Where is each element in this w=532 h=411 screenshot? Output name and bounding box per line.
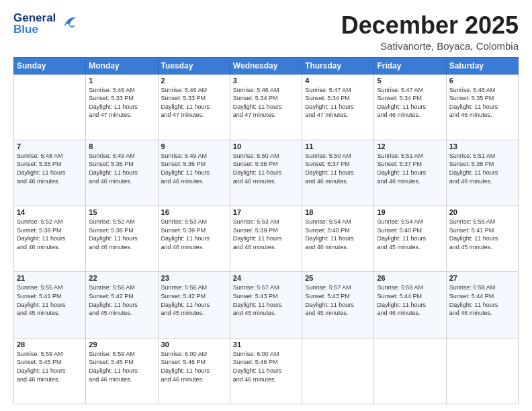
calendar-cell: 21Sunrise: 5:55 AM Sunset: 5:41 PM Dayli… bbox=[14, 272, 86, 338]
weekday-header-row: SundayMondayTuesdayWednesdayThursdayFrid… bbox=[14, 57, 519, 74]
calendar-cell: 15Sunrise: 5:52 AM Sunset: 5:38 PM Dayli… bbox=[86, 206, 158, 272]
calendar-table: SundayMondayTuesdayWednesdayThursdayFrid… bbox=[13, 57, 519, 404]
day-number: 23 bbox=[161, 274, 227, 282]
cell-info: Sunrise: 5:50 AM Sunset: 5:37 PM Dayligh… bbox=[305, 152, 371, 185]
day-number: 30 bbox=[161, 340, 227, 349]
weekday-header-monday: Monday bbox=[86, 57, 158, 74]
calendar-cell: 8Sunrise: 5:49 AM Sunset: 5:35 PM Daylig… bbox=[86, 140, 158, 205]
weekday-header-thursday: Thursday bbox=[302, 57, 374, 74]
calendar-cell: 5Sunrise: 5:47 AM Sunset: 5:34 PM Daylig… bbox=[374, 74, 446, 140]
cell-info: Sunrise: 5:54 AM Sunset: 5:40 PM Dayligh… bbox=[377, 218, 443, 251]
calendar-cell: 19Sunrise: 5:54 AM Sunset: 5:40 PM Dayli… bbox=[374, 206, 446, 272]
weekday-header-sunday: Sunday bbox=[14, 57, 86, 74]
cell-info: Sunrise: 5:52 AM Sunset: 5:38 PM Dayligh… bbox=[17, 218, 83, 251]
calendar-cell: 30Sunrise: 6:00 AM Sunset: 5:46 PM Dayli… bbox=[158, 338, 230, 404]
logo-icon bbox=[58, 13, 77, 35]
day-number: 19 bbox=[377, 208, 443, 216]
calendar-cell: 27Sunrise: 5:58 AM Sunset: 5:44 PM Dayli… bbox=[446, 272, 518, 338]
day-number: 22 bbox=[89, 274, 154, 282]
calendar-cell: 23Sunrise: 5:56 AM Sunset: 5:42 PM Dayli… bbox=[158, 272, 230, 338]
calendar-cell: 13Sunrise: 5:51 AM Sunset: 5:38 PM Dayli… bbox=[446, 140, 518, 205]
calendar-cell: 29Sunrise: 5:59 AM Sunset: 5:45 PM Dayli… bbox=[86, 338, 158, 404]
calendar-cell: 11Sunrise: 5:50 AM Sunset: 5:37 PM Dayli… bbox=[302, 140, 374, 205]
calendar-cell: 22Sunrise: 5:56 AM Sunset: 5:42 PM Dayli… bbox=[86, 272, 158, 338]
day-number: 16 bbox=[161, 208, 227, 216]
title-block: December 2025 Sativanorte, Boyaca, Colom… bbox=[341, 12, 519, 52]
day-number: 7 bbox=[17, 142, 83, 150]
calendar-cell bbox=[302, 338, 374, 404]
cell-info: Sunrise: 6:00 AM Sunset: 5:46 PM Dayligh… bbox=[161, 350, 227, 383]
calendar-cell bbox=[374, 338, 446, 404]
calendar-cell: 2Sunrise: 5:46 AM Sunset: 5:33 PM Daylig… bbox=[158, 74, 230, 140]
day-number: 8 bbox=[89, 142, 154, 150]
day-number: 28 bbox=[17, 340, 83, 349]
logo: General Blue bbox=[13, 12, 77, 35]
cell-info: Sunrise: 5:51 AM Sunset: 5:38 PM Dayligh… bbox=[449, 152, 515, 185]
calendar-cell: 10Sunrise: 5:50 AM Sunset: 5:36 PM Dayli… bbox=[230, 140, 302, 205]
cell-info: Sunrise: 5:46 AM Sunset: 5:33 PM Dayligh… bbox=[89, 86, 154, 120]
cell-info: Sunrise: 5:53 AM Sunset: 5:39 PM Dayligh… bbox=[161, 218, 227, 251]
day-number: 11 bbox=[305, 142, 371, 150]
cell-info: Sunrise: 5:59 AM Sunset: 5:45 PM Dayligh… bbox=[89, 350, 154, 383]
calendar-cell: 31Sunrise: 6:00 AM Sunset: 5:46 PM Dayli… bbox=[230, 338, 302, 404]
cell-info: Sunrise: 5:46 AM Sunset: 5:34 PM Dayligh… bbox=[233, 86, 299, 120]
week-row-3: 14Sunrise: 5:52 AM Sunset: 5:38 PM Dayli… bbox=[14, 206, 519, 272]
day-number: 4 bbox=[305, 77, 371, 85]
weekday-header-saturday: Saturday bbox=[446, 57, 518, 74]
calendar-cell: 16Sunrise: 5:53 AM Sunset: 5:39 PM Dayli… bbox=[158, 206, 230, 272]
weekday-header-tuesday: Tuesday bbox=[158, 57, 230, 74]
cell-info: Sunrise: 5:48 AM Sunset: 5:35 PM Dayligh… bbox=[449, 86, 515, 120]
cell-info: Sunrise: 5:48 AM Sunset: 5:35 PM Dayligh… bbox=[17, 152, 83, 185]
calendar-cell: 24Sunrise: 5:57 AM Sunset: 5:43 PM Dayli… bbox=[230, 272, 302, 338]
week-row-5: 28Sunrise: 5:59 AM Sunset: 5:45 PM Dayli… bbox=[14, 338, 519, 404]
day-number: 15 bbox=[89, 208, 154, 216]
month-title: December 2025 bbox=[341, 12, 519, 39]
week-row-1: 1Sunrise: 5:46 AM Sunset: 5:33 PM Daylig… bbox=[14, 74, 519, 140]
cell-info: Sunrise: 5:55 AM Sunset: 5:41 PM Dayligh… bbox=[449, 218, 515, 251]
calendar-cell: 12Sunrise: 5:51 AM Sunset: 5:37 PM Dayli… bbox=[374, 140, 446, 205]
day-number: 12 bbox=[377, 142, 443, 150]
day-number: 3 bbox=[233, 77, 299, 85]
calendar-cell: 20Sunrise: 5:55 AM Sunset: 5:41 PM Dayli… bbox=[446, 206, 518, 272]
logo-general: General bbox=[13, 12, 56, 24]
cell-info: Sunrise: 5:49 AM Sunset: 5:35 PM Dayligh… bbox=[89, 152, 154, 185]
day-number: 17 bbox=[233, 208, 299, 216]
cell-info: Sunrise: 5:52 AM Sunset: 5:38 PM Dayligh… bbox=[89, 218, 154, 251]
day-number: 29 bbox=[89, 340, 154, 349]
day-number: 1 bbox=[89, 77, 154, 85]
subtitle: Sativanorte, Boyaca, Colombia bbox=[341, 40, 519, 52]
calendar-cell: 25Sunrise: 5:57 AM Sunset: 5:43 PM Dayli… bbox=[302, 272, 374, 338]
cell-info: Sunrise: 5:57 AM Sunset: 5:43 PM Dayligh… bbox=[305, 283, 371, 317]
day-number: 14 bbox=[17, 208, 83, 216]
weekday-header-friday: Friday bbox=[374, 57, 446, 74]
logo-blue: Blue bbox=[13, 24, 56, 35]
cell-info: Sunrise: 5:47 AM Sunset: 5:34 PM Dayligh… bbox=[377, 86, 443, 120]
day-number: 18 bbox=[305, 208, 371, 216]
header: General Blue December 2025 Sativanorte, … bbox=[13, 12, 519, 52]
cell-info: Sunrise: 6:00 AM Sunset: 5:46 PM Dayligh… bbox=[233, 350, 299, 383]
calendar-cell: 9Sunrise: 5:49 AM Sunset: 5:36 PM Daylig… bbox=[158, 140, 230, 205]
cell-info: Sunrise: 5:56 AM Sunset: 5:42 PM Dayligh… bbox=[89, 283, 154, 317]
cell-info: Sunrise: 5:50 AM Sunset: 5:36 PM Dayligh… bbox=[233, 152, 299, 185]
day-number: 25 bbox=[305, 274, 371, 282]
page: General Blue December 2025 Sativanorte, … bbox=[0, 0, 532, 411]
cell-info: Sunrise: 5:53 AM Sunset: 5:39 PM Dayligh… bbox=[233, 218, 299, 251]
calendar-cell bbox=[446, 338, 518, 404]
calendar-cell: 3Sunrise: 5:46 AM Sunset: 5:34 PM Daylig… bbox=[230, 74, 302, 140]
day-number: 31 bbox=[233, 340, 299, 349]
day-number: 2 bbox=[161, 77, 227, 85]
week-row-4: 21Sunrise: 5:55 AM Sunset: 5:41 PM Dayli… bbox=[14, 272, 519, 338]
calendar-cell: 18Sunrise: 5:54 AM Sunset: 5:40 PM Dayli… bbox=[302, 206, 374, 272]
day-number: 26 bbox=[377, 274, 443, 282]
cell-info: Sunrise: 5:57 AM Sunset: 5:43 PM Dayligh… bbox=[233, 283, 299, 317]
cell-info: Sunrise: 5:55 AM Sunset: 5:41 PM Dayligh… bbox=[17, 283, 83, 317]
cell-info: Sunrise: 5:47 AM Sunset: 5:34 PM Dayligh… bbox=[305, 86, 371, 120]
calendar-cell: 1Sunrise: 5:46 AM Sunset: 5:33 PM Daylig… bbox=[86, 74, 158, 140]
cell-info: Sunrise: 5:49 AM Sunset: 5:36 PM Dayligh… bbox=[161, 152, 227, 185]
day-number: 10 bbox=[233, 142, 299, 150]
calendar-cell: 4Sunrise: 5:47 AM Sunset: 5:34 PM Daylig… bbox=[302, 74, 374, 140]
day-number: 9 bbox=[161, 142, 227, 150]
day-number: 27 bbox=[449, 274, 515, 282]
cell-info: Sunrise: 5:58 AM Sunset: 5:44 PM Dayligh… bbox=[449, 283, 515, 317]
calendar-cell bbox=[14, 74, 86, 140]
